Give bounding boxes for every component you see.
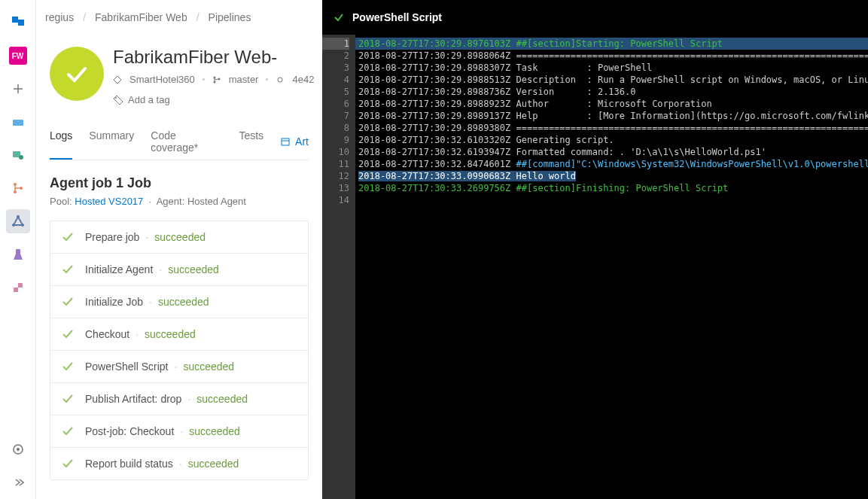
breadcrumb-sep: / xyxy=(196,11,199,23)
tabs: Logs Summary Code coverage* Tests Art xyxy=(50,123,309,160)
step-row[interactable]: Prepare job · succeeded xyxy=(50,221,308,254)
project-badge[interactable]: FW xyxy=(6,44,30,68)
branch-icon xyxy=(212,75,221,84)
add-tag-button[interactable]: Add a tag xyxy=(113,94,314,105)
tab-artifacts[interactable]: Art xyxy=(280,123,309,160)
expand-icon[interactable] xyxy=(6,470,30,494)
settings-icon[interactable] xyxy=(6,437,30,461)
log-line: 2018-08-27T17:30:33.2699756Z ##[section]… xyxy=(355,182,868,194)
check-icon xyxy=(61,230,75,244)
svg-point-3 xyxy=(14,183,17,186)
step-status: succeeded xyxy=(183,361,234,373)
commit-icon xyxy=(276,75,285,84)
step-status: succeeded xyxy=(196,393,248,405)
tab-logs[interactable]: Logs xyxy=(50,123,72,160)
step-row[interactable]: Initialize Agent · succeeded xyxy=(50,254,308,286)
repos-icon[interactable] xyxy=(6,143,30,167)
branch-name[interactable]: master xyxy=(229,74,259,85)
line-gutter: 1234567891011121314 xyxy=(322,35,355,499)
status-badge-success xyxy=(50,47,104,101)
step-row[interactable]: Initialize Job · succeeded xyxy=(50,286,308,318)
step-status: succeeded xyxy=(145,328,196,340)
svg-rect-9 xyxy=(14,288,18,292)
log-line xyxy=(355,194,868,206)
check-icon xyxy=(61,424,75,438)
step-status: succeeded xyxy=(158,296,209,308)
log-line: 2018-08-27T17:30:32.8474601Z ##[command]… xyxy=(355,158,868,170)
breadcrumb-project[interactable]: FabrikamFiber Web xyxy=(95,11,187,23)
step-name: PowerShell Script xyxy=(85,361,169,373)
tab-summary[interactable]: Summary xyxy=(89,123,134,160)
step-row[interactable]: Report build status · succeeded xyxy=(50,448,308,479)
step-name: Checkout xyxy=(85,328,129,340)
log-line: 2018-08-27T17:30:29.8976103Z ##[section]… xyxy=(355,38,868,50)
add-icon[interactable] xyxy=(6,77,30,101)
svg-rect-0 xyxy=(13,120,23,126)
breadcrumb: regius / FabrikamFiber Web / Pipelines xyxy=(36,0,322,35)
console-header: PowerShell Script xyxy=(322,0,868,35)
step-status: succeeded xyxy=(189,425,240,437)
job-title: Agent job 1 Job xyxy=(50,175,309,191)
nav-sidebar: FW xyxy=(0,0,36,499)
breadcrumb-sep: / xyxy=(83,11,86,23)
log-line: 2018-08-27T17:30:32.6103320Z Generating … xyxy=(355,134,868,146)
check-icon xyxy=(61,457,75,470)
logo-icon[interactable] xyxy=(6,11,30,35)
svg-point-8 xyxy=(21,224,24,227)
log-line: 2018-08-27T17:30:32.6193947Z Formatted c… xyxy=(355,146,868,158)
step-row[interactable]: Publish Artifact: drop · succeeded xyxy=(50,383,308,415)
step-name: Post-job: Checkout xyxy=(85,425,174,437)
log-line: 2018-08-27T17:30:29.8988736Z Version : 2… xyxy=(355,86,868,98)
svg-point-16 xyxy=(278,78,282,82)
job-meta: Pool: Hosted VS2017 · Agent: Hosted Agen… xyxy=(50,196,309,207)
log-line: 2018-08-27T17:30:29.8989380Z ===========… xyxy=(355,122,868,134)
commit-hash[interactable]: 4e42 xyxy=(292,74,314,85)
log-line: 2018-08-27T17:30:29.8988513Z Description… xyxy=(355,74,868,86)
console-panel: PowerShell Script 1234567891011121314 20… xyxy=(322,0,868,499)
repo-name[interactable]: SmartHotel360 xyxy=(129,74,195,85)
check-icon xyxy=(61,360,75,373)
build-title: FabrikamFiber Web- xyxy=(113,47,314,68)
build-details-panel: regius / FabrikamFiber Web / Pipelines F… xyxy=(36,0,322,499)
tab-coverage[interactable]: Code coverage* xyxy=(151,123,222,160)
check-icon xyxy=(61,392,75,406)
svg-point-6 xyxy=(17,215,20,218)
boards-icon[interactable] xyxy=(6,110,30,134)
artifacts-icon[interactable] xyxy=(6,275,30,300)
step-name: Initialize Agent xyxy=(85,263,153,275)
step-name: Initialize Job xyxy=(85,296,143,308)
pipelines-icon[interactable] xyxy=(6,209,30,233)
pool-link[interactable]: Hosted VS2017 xyxy=(75,196,143,207)
step-row[interactable]: Post-job: Checkout · succeeded xyxy=(50,415,308,448)
svg-rect-18 xyxy=(282,138,289,145)
step-status: succeeded xyxy=(188,458,239,470)
steps-list: Prepare job · succeeded Initialize Agent… xyxy=(50,221,309,480)
step-name: Prepare job xyxy=(85,231,139,243)
check-icon xyxy=(333,11,345,23)
svg-point-12 xyxy=(17,448,20,451)
check-icon xyxy=(61,327,75,341)
repo-icon xyxy=(113,75,122,84)
step-row[interactable]: PowerShell Script · succeeded xyxy=(50,351,308,383)
log-line: 2018-08-27T17:30:33.0990683Z Hello world xyxy=(355,170,868,182)
branches-icon[interactable] xyxy=(6,176,30,200)
breadcrumb-org[interactable]: regius xyxy=(45,11,74,23)
svg-rect-10 xyxy=(18,283,23,288)
svg-point-5 xyxy=(20,187,23,190)
artifact-icon xyxy=(280,136,291,147)
log-line: 2018-08-27T17:30:29.8988923Z Author : Mi… xyxy=(355,98,868,110)
check-icon xyxy=(61,295,75,309)
step-row[interactable]: Checkout · succeeded xyxy=(50,318,308,351)
step-name: Report build status xyxy=(85,458,173,470)
svg-point-4 xyxy=(14,190,17,193)
console-title: PowerShell Script xyxy=(352,11,442,23)
log-line: 2018-08-27T17:30:29.8988307Z Task : Powe… xyxy=(355,62,868,74)
svg-point-7 xyxy=(12,224,15,227)
check-icon xyxy=(61,263,75,276)
log-output[interactable]: 2018-08-27T17:30:29.8976103Z ##[section]… xyxy=(355,35,868,499)
testplans-icon[interactable] xyxy=(6,242,30,266)
log-line: 2018-08-27T17:30:29.8988064Z ===========… xyxy=(355,50,868,62)
log-line: 2018-08-27T17:30:29.8989137Z Help : [Mor… xyxy=(355,110,868,122)
tab-tests[interactable]: Tests xyxy=(239,123,263,160)
breadcrumb-section[interactable]: Pipelines xyxy=(209,11,251,23)
